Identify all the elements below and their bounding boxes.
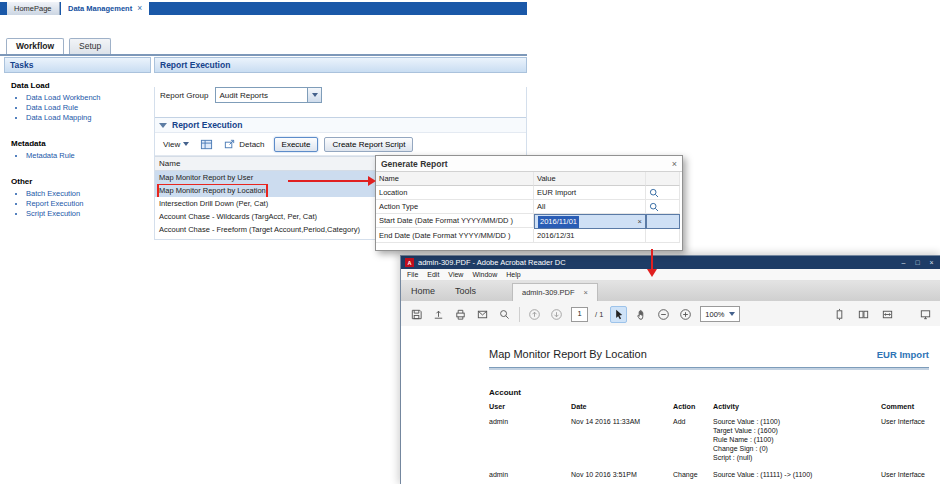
dialog-param-value[interactable]: 2016/11/01× [534,214,646,229]
pdf-column-activity: Activity [713,402,881,411]
pdf-title-row: Map Monitor Report By Location EUR Impor… [489,348,929,360]
tasks-panel-title: Tasks [4,57,151,73]
next-page-icon[interactable] [549,307,564,322]
zoom-in-icon[interactable] [678,307,693,322]
tab-acrobat-tools[interactable]: Tools [445,281,486,301]
tasks-panel-body: Data LoadData Load WorkbenchData Load Ru… [4,73,151,219]
acrobat-title-bar: A admin-309.PDF - Adobe Acrobat Reader D… [401,256,940,269]
menu-edit[interactable]: Edit [427,271,439,278]
menu-view[interactable]: View [448,271,463,278]
pdf-table-row: adminNov 10 2016 3:51PMChangeSource Valu… [489,470,933,479]
two-page-view-icon[interactable] [856,307,871,322]
dialog-param-name: Start Date (Date Format YYYY/MM/DD ) [376,214,534,228]
detach-icon [223,137,236,152]
acrobat-toolbar: 1 / 1 100% [401,301,940,328]
tab-acrobat-home[interactable]: Home [401,281,445,301]
tab-workflow[interactable]: Workflow [6,38,64,54]
email-icon[interactable] [475,307,490,322]
pdf-activity-line: Script : (null) [713,453,881,462]
upload-cloud-icon[interactable] [431,307,446,322]
window-close-icon[interactable]: × [926,257,937,268]
browser-tab-homepage[interactable]: HomePage [7,2,60,15]
document-tab-label: admin-309.PDF [522,285,575,301]
fit-width-icon[interactable] [880,307,895,322]
browser-tab-data-management[interactable]: Data Management × [61,2,149,15]
document-tab-close-icon[interactable]: × [584,285,588,301]
page-number-input[interactable]: 1 [571,307,588,322]
hand-tool-icon[interactable] [634,307,649,322]
task-link-data-load-workbench[interactable]: Data Load Workbench [26,93,151,103]
task-link-script-execution[interactable]: Script Execution [26,209,151,219]
dialog-param-name: Action Type [376,200,534,214]
zoom-out-icon[interactable] [656,307,671,322]
task-link-report-execution[interactable]: Report Execution [26,199,151,209]
lookup-icon[interactable] [646,200,680,214]
menu-file[interactable]: File [407,271,418,278]
report-group-select[interactable]: Audit Reports [215,87,322,103]
pdf-cell-date: Nov 10 2016 3:51PM [571,470,673,479]
pdf-activity-line: Change Sign : (0) [713,444,881,453]
task-link-list: Data Load WorkbenchData Load RuleData Lo… [26,93,151,123]
dialog-param-value[interactable]: 2016/12/31 [534,229,646,243]
task-link-data-load-mapping[interactable]: Data Load Mapping [26,113,151,123]
pdf-audit-table: UserDateActionActivityCommentadminNov 14… [489,402,933,484]
search-icon[interactable] [497,307,512,322]
dialog-row-spacer [646,214,680,229]
tab-setup[interactable]: Setup [69,38,111,54]
pdf-document[interactable]: Map Monitor Report By Location EUR Impor… [401,326,940,484]
clear-icon[interactable]: × [638,216,642,228]
chevron-down-icon [183,142,189,146]
acrobat-reader-window: A admin-309.PDF - Adobe Acrobat Reader D… [400,255,940,484]
print-icon[interactable] [453,307,468,322]
dialog-param-value[interactable]: EUR Import [534,186,646,200]
task-link-list: Metadata Rule [26,151,151,161]
task-link-metadata-rule[interactable]: Metadata Rule [26,151,151,161]
menu-help[interactable]: Help [506,271,520,278]
save-icon[interactable] [409,307,424,322]
dialog-title: Generate Report [381,159,448,169]
execute-button[interactable]: Execute [274,137,319,152]
task-link-batch-execution[interactable]: Batch Execution [26,189,151,199]
pdf-cell-date: Nov 14 2016 11:33AM [571,417,673,462]
lookup-icon[interactable] [646,186,680,200]
report-row-label: Account Chase - Freeform (Target Account… [159,224,360,236]
task-link-data-load-rule[interactable]: Data Load Rule [26,103,151,113]
window-minimize-icon[interactable]: – [898,257,909,268]
pdf-column-user: User [489,402,571,411]
report-group-label: Report Group [160,91,208,100]
view-menu-label: View [163,140,180,149]
detach-label: Detach [239,140,264,149]
detach-button[interactable]: Detach [220,136,267,153]
pdf-cell-comment: User Interface [881,470,933,479]
pdf-cell-action: Add [673,417,713,462]
pdf-location-value: EUR Import [877,349,929,360]
tab-close-icon[interactable]: × [137,2,142,15]
window-maximize-icon[interactable]: □ [912,257,923,268]
report-row-label: Map Monitor Report by Location [159,185,266,197]
pdf-table-header-row: UserDateActionActivityComment [489,402,933,411]
scroll-mode-icon[interactable] [832,307,847,322]
dialog-close-icon[interactable]: × [672,159,677,169]
create-report-script-button[interactable]: Create Report Script [324,137,413,152]
presentation-mode-icon[interactable] [918,307,933,322]
zoom-level-select[interactable]: 100% [700,306,739,322]
annotation-arrow-vertical [651,249,653,269]
task-link-list: Batch ExecutionReport ExecutionScript Ex… [26,189,151,219]
report-group-row: Report Group Audit Reports [160,87,526,103]
pdf-report-title: Map Monitor Report By Location [489,348,647,360]
view-menu-button[interactable]: View [160,139,192,150]
pdf-cell-user: admin [489,417,571,462]
window-controls: – □ × [898,257,937,268]
document-tab[interactable]: admin-309.PDF × [512,283,598,301]
previous-page-icon[interactable] [527,307,542,322]
dropdown-button[interactable] [307,88,321,102]
acrobat-menu-bar: FileEditViewWindowHelp [401,269,940,281]
report-execution-section-header[interactable]: Report Execution [155,117,526,133]
menu-window[interactable]: Window [472,271,497,278]
freeze-table-icon[interactable] [198,137,214,152]
pdf-cell-activity: Source Value : (11111) -> (1100) [713,470,881,479]
report-toolbar: View Detach Execute Create Report Script [155,133,526,156]
dialog-param-value[interactable]: All [534,200,646,214]
dialog-column-spacer [646,172,680,186]
select-tool-icon[interactable] [610,306,627,323]
